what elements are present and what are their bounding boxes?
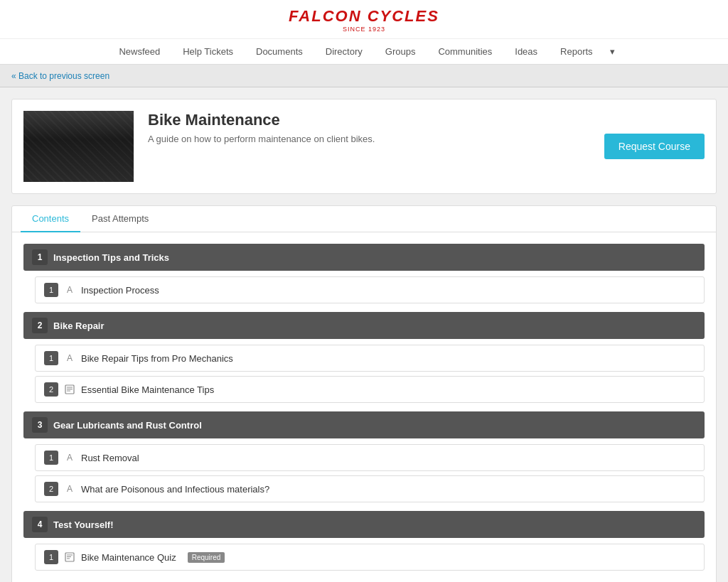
tabs-section: Contents Past Attempts 1 Inspection Tips… — [11, 205, 717, 582]
logo-since: SINCE 1923 — [289, 26, 439, 33]
tabs-bar: Contents Past Attempts — [12, 206, 716, 232]
section-1-title: Inspection Tips and Tricks — [53, 252, 169, 263]
nav-ideas[interactable]: Ideas — [503, 39, 549, 64]
lesson-4-1-num: 1 — [44, 550, 58, 564]
lesson-3-1-title: Rust Removal — [81, 453, 139, 463]
section-3-header: 3 Gear Lubricants and Rust Control — [23, 411, 705, 438]
section-4-header: 4 Test Yourself! — [23, 511, 705, 538]
lesson-3-1-num: 1 — [44, 451, 58, 465]
section-2: 2 Bike Repair 1 A Bike Repair Tips from … — [23, 312, 705, 403]
section-3: 3 Gear Lubricants and Rust Control 1 A R… — [23, 411, 705, 502]
lesson-1-1[interactable]: 1 A Inspection Process — [35, 276, 705, 303]
logo-text: FALCON CYCLES — [289, 7, 439, 26]
lesson-3-1[interactable]: 1 A Rust Removal — [35, 444, 705, 471]
logo: FALCON CYCLES SINCE 1923 — [289, 7, 439, 33]
nav-communities[interactable]: Communities — [427, 39, 503, 64]
lesson-2-2[interactable]: 2 Essential Bike Maintenance Tips — [35, 376, 705, 403]
lesson-2-1-num: 1 — [44, 351, 58, 365]
section-1-header: 1 Inspection Tips and Tricks — [23, 244, 705, 271]
nav-reports[interactable]: Reports — [549, 39, 604, 64]
sub-header: « Back to previous screen — [0, 65, 728, 87]
main-nav: Newsfeed Help Tickets Documents Director… — [0, 38, 728, 64]
lesson-3-2-icon: A — [64, 483, 75, 495]
tab-content-area: 1 Inspection Tips and Tricks 1 A Inspect… — [12, 232, 716, 582]
lesson-4-1-title: Bike Maintenance Quiz — [81, 552, 176, 563]
section-3-title: Gear Lubricants and Rust Control — [53, 420, 202, 431]
course-header: BIKE MAINTENANCE 101 Bike Maintenance A … — [11, 99, 717, 194]
section-2-num: 2 — [32, 318, 48, 333]
nav-help-tickets[interactable]: Help Tickets — [171, 39, 245, 64]
lesson-4-1-icon — [64, 551, 75, 563]
request-course-button[interactable]: Request Course — [604, 134, 705, 159]
tab-contents[interactable]: Contents — [21, 206, 80, 232]
lesson-2-1-title: Bike Repair Tips from Pro Mechanics — [81, 353, 233, 364]
lesson-3-2[interactable]: 2 A What are Poisonous and Infectious ma… — [35, 475, 705, 502]
nav-directory[interactable]: Directory — [314, 39, 374, 64]
nav-documents[interactable]: Documents — [245, 39, 314, 64]
section-3-num: 3 — [32, 417, 48, 433]
lesson-3-2-title: What are Poisonous and Infectious materi… — [81, 484, 269, 495]
section-4-num: 4 — [32, 517, 48, 532]
required-badge: Required — [188, 552, 225, 563]
lesson-2-2-icon — [64, 384, 75, 395]
course-thumbnail: BIKE MAINTENANCE 101 — [23, 111, 134, 182]
nav-newsfeed[interactable]: Newsfeed — [107, 39, 171, 64]
course-title: Bike Maintenance — [148, 111, 604, 129]
lesson-2-2-num: 2 — [44, 382, 58, 397]
lesson-4-1[interactable]: 1 Bike Maintenance Quiz Required — [35, 544, 705, 571]
lesson-3-1-icon: A — [64, 452, 75, 463]
section-1-num: 1 — [32, 249, 48, 265]
lesson-2-2-title: Essential Bike Maintenance Tips — [81, 384, 214, 395]
section-1: 1 Inspection Tips and Tricks 1 A Inspect… — [23, 244, 705, 303]
section-2-title: Bike Repair — [53, 320, 105, 331]
lesson-2-1[interactable]: 1 A Bike Repair Tips from Pro Mechanics — [35, 345, 705, 372]
back-link[interactable]: « Back to previous screen — [11, 71, 109, 81]
lesson-icon-article: A — [64, 284, 75, 296]
lesson-1-1-title: Inspection Process — [81, 285, 159, 296]
main-content: BIKE MAINTENANCE 101 Bike Maintenance A … — [0, 87, 728, 582]
tab-past-attempts[interactable]: Past Attempts — [80, 206, 160, 232]
course-description: A guide on how to perform maintenance on… — [148, 134, 604, 144]
section-2-header: 2 Bike Repair — [23, 312, 705, 339]
nav-more-dropdown[interactable]: ▾ — [604, 39, 621, 64]
lesson-2-1-icon: A — [64, 352, 75, 364]
section-4-title: Test Yourself! — [53, 519, 114, 530]
section-4: 4 Test Yourself! 1 Bike Maintenance Quiz… — [23, 511, 705, 571]
lesson-1-1-num: 1 — [44, 283, 58, 297]
nav-groups[interactable]: Groups — [374, 39, 427, 64]
site-header: FALCON CYCLES SINCE 1923 Newsfeed Help T… — [0, 0, 728, 65]
course-info: Bike Maintenance A guide on how to perfo… — [148, 111, 604, 144]
lesson-3-2-num: 2 — [44, 482, 58, 496]
